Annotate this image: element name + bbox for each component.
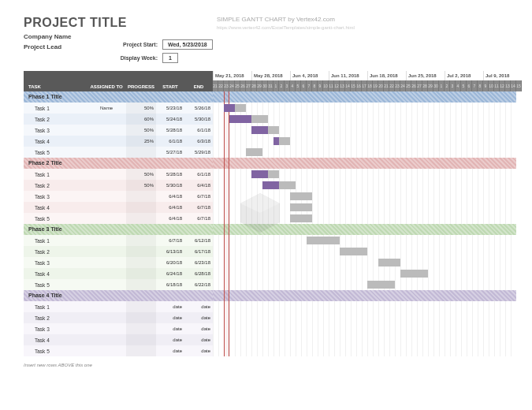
day-cell: 19	[373, 80, 378, 91]
display-week-input[interactable]: 1	[162, 53, 178, 63]
day-cell: 14	[345, 80, 351, 91]
task-start: 6/13/18	[156, 249, 184, 254]
day-cell: 7	[472, 80, 478, 91]
gantt-bar-remaining[interactable]	[400, 270, 428, 278]
gantt-lane	[213, 125, 516, 136]
day-cell: 26	[240, 80, 246, 91]
task-end: date	[184, 326, 213, 331]
phase-header[interactable]: Phase 1 Title	[24, 91, 213, 102]
task-row[interactable]: Task 36/20/186/23/18	[24, 257, 516, 268]
day-cell: 22	[218, 80, 224, 91]
display-week-label: Display Week:	[118, 55, 158, 61]
task-name: Task 2	[24, 183, 87, 188]
task-row[interactable]: Task 150%5/28/186/1/18	[24, 169, 516, 180]
day-cell: 5	[296, 80, 301, 91]
task-start: date	[156, 315, 184, 320]
gantt-lane	[213, 257, 516, 268]
task-row[interactable]: Task 46/24/186/28/18	[24, 268, 516, 279]
project-start-input[interactable]: Wed, 5/23/2018	[162, 39, 213, 50]
gantt-bar-remaining[interactable]	[367, 281, 395, 289]
task-row[interactable]: Task 5datedate	[24, 345, 516, 356]
day-cell: 31	[268, 80, 273, 91]
day-cell: 28	[422, 80, 428, 91]
task-start: 5/27/18	[156, 150, 184, 155]
week-label: May 21, 2018	[213, 71, 251, 80]
task-end: 6/3/18	[184, 139, 213, 144]
task-row[interactable]: Task 260%5/24/185/30/18	[24, 114, 516, 125]
task-name: Task 4	[24, 205, 87, 211]
day-cell: 26	[411, 80, 417, 91]
gantt-bar-done[interactable]	[251, 170, 268, 178]
gantt-bar-done[interactable]	[251, 126, 268, 134]
gantt-bar-remaining[interactable]	[290, 214, 312, 222]
task-row[interactable]: Task 4datedate	[24, 334, 516, 345]
task-row[interactable]: Task 1datedate	[24, 301, 516, 312]
task-row[interactable]: Task 250%5/30/186/4/18	[24, 180, 516, 191]
gantt-lane	[213, 268, 516, 279]
gantt-lane	[213, 147, 516, 158]
task-progress: 50%	[126, 180, 156, 191]
gantt-bar-done[interactable]	[273, 137, 279, 145]
gantt-bar-remaining[interactable]	[340, 248, 367, 255]
day-cell: 21	[384, 80, 389, 91]
task-row[interactable]: Task 16/7/186/12/18	[24, 235, 516, 246]
task-progress	[126, 191, 156, 202]
task-progress	[126, 147, 156, 158]
task-name: Task 3	[24, 260, 87, 266]
task-row[interactable]: Task 26/13/186/17/18	[24, 246, 516, 257]
task-start: date	[156, 326, 184, 331]
credit-line-1: SIMPLE GANTT CHART by Vertex42.com	[217, 16, 335, 23]
task-row[interactable]: Task 2datedate	[24, 312, 516, 323]
gantt-bar-remaining[interactable]	[378, 259, 400, 266]
task-row[interactable]: Task 56/18/186/22/18	[24, 279, 516, 290]
week-label: May 28, 2018	[251, 71, 290, 80]
task-row[interactable]: Task 425%6/1/186/3/18	[24, 136, 516, 147]
gantt-bar-done[interactable]	[224, 104, 235, 112]
task-progress: 60%	[126, 114, 156, 125]
task-row[interactable]: Task 46/4/186/7/18	[24, 202, 516, 213]
task-start: 6/1/18	[156, 139, 184, 144]
col-assigned: ASSIGNED TO	[87, 84, 126, 89]
day-cell: 6	[467, 80, 472, 91]
task-progress	[126, 202, 156, 213]
task-row[interactable]: Task 3datedate	[24, 323, 516, 334]
project-start-label: Project Start:	[118, 42, 158, 47]
week-label: Jun 25, 2018	[406, 71, 445, 80]
gantt-lane	[213, 312, 516, 323]
day-cell: 3	[450, 80, 456, 91]
task-row[interactable]: Task 56/4/186/7/18	[24, 213, 516, 224]
task-start: 5/28/18	[156, 172, 184, 177]
task-row[interactable]: Task 36/4/186/7/18	[24, 191, 516, 202]
credit-line-2: https://www.vertex42.com/ExcelTemplates/…	[217, 25, 355, 30]
task-progress: 50%	[126, 102, 156, 114]
day-cell: 20	[378, 80, 384, 91]
gantt-bar-remaining[interactable]	[246, 148, 262, 156]
day-cell: 25	[406, 80, 411, 91]
task-start: 6/7/18	[156, 238, 184, 243]
col-start: START	[156, 84, 184, 89]
gantt-bar-remaining[interactable]	[290, 203, 312, 211]
day-cell: 2	[445, 80, 450, 91]
task-start: 5/24/18	[156, 117, 184, 121]
day-cell: 15	[516, 80, 522, 91]
gantt-bar-done[interactable]	[262, 181, 279, 189]
gantt-lane	[213, 136, 516, 147]
phase-header[interactable]: Phase 4 Title	[24, 290, 213, 301]
day-cell: 18	[367, 80, 373, 91]
phase-header[interactable]: Phase 3 Title	[24, 224, 213, 235]
task-progress	[126, 301, 156, 312]
day-cell: 8	[312, 80, 318, 91]
task-end: 6/4/18	[184, 183, 213, 188]
gantt-bar-done[interactable]	[229, 115, 251, 123]
task-row[interactable]: Task 350%5/28/186/1/18	[24, 125, 516, 136]
day-cell: 14	[511, 80, 516, 91]
week-label: Jul 2, 2018	[445, 71, 483, 80]
task-row[interactable]: Task 55/27/185/29/18	[24, 147, 516, 158]
phase-header[interactable]: Phase 2 Title	[24, 158, 213, 169]
day-cell: 27	[246, 80, 251, 91]
day-cell: 3	[285, 80, 290, 91]
gantt-bar-remaining[interactable]	[290, 192, 312, 200]
task-row[interactable]: Task 1Name50%5/23/185/26/18	[24, 102, 516, 114]
gantt-bar-remaining[interactable]	[307, 237, 340, 244]
task-name: Task 1	[24, 106, 87, 111]
